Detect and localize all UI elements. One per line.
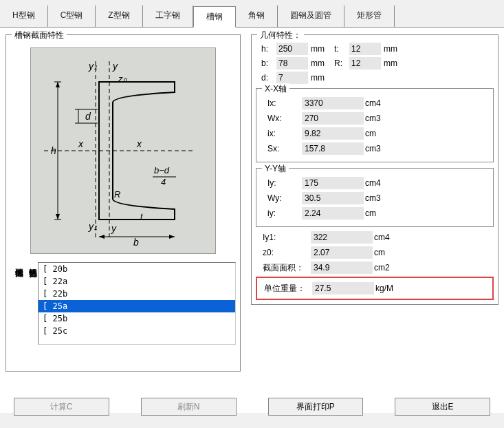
geom-value: 12 [349,57,381,69]
geom-unit: mm [381,58,402,68]
lbl-h: h [51,145,56,156]
lbl-z0: z₀ [118,74,127,84]
selector-label-2: 热轧普通槽钢 [24,262,38,345]
prop-label: 截面面积： [256,262,311,274]
geometry-group: 几何特性： h:250mmt:12mmb:78mmR:12mmd:7mm X-X… [251,34,498,305]
lbl-R: R [114,189,120,200]
tab-3[interactable]: 工字钢 [143,6,193,27]
prop-value: 270 [302,112,364,125]
tab-6[interactable]: 圆钢及圆管 [278,6,344,27]
yy-axis-group: Y-Y轴 Iy:175cm4Wy:30.5cm3iy:2.24cm [256,168,494,227]
prop-label: Iy: [261,178,302,188]
button-bar: 计算C刷新N界面打印P退出E [0,398,504,416]
prop-label: Wx: [261,114,302,123]
prop-unit: cm3 [365,144,399,153]
geom-label: b: [256,58,276,68]
lbl-x1: x [78,138,84,149]
tab-5[interactable]: 角钢 [236,6,278,27]
prop-value: 157.8 [302,142,364,155]
prop-unit: cm4 [365,178,399,188]
unit-weight-unit: kg/M [375,283,410,293]
prop-value: 175 [302,177,364,189]
geom-unit: mm [381,44,402,54]
tab-1[interactable]: C型钢 [48,6,96,27]
geom-value: 250 [276,43,308,55]
svg-marker-9 [99,235,105,239]
selector-label-1: 选择槽钢截面 [10,262,24,345]
xx-title: X-X轴 [262,83,289,95]
prop-value: 9.82 [302,127,364,140]
prop-value: 322 [311,231,373,244]
tab-4[interactable]: 槽钢 [193,6,236,28]
prop-label: Iy1: [256,233,311,242]
lbl-x2: x [136,138,142,149]
lbl-yb: y [111,223,117,234]
prop-label: Sx: [261,144,302,153]
tab-bar: H型钢C型钢Z型钢工字钢槽钢角钢圆钢及圆管矩形管 [0,0,504,28]
section-diagram: y₁ y z₀ d x x h b−d 4 R t y₁ y b [30,47,216,254]
unit-weight-label: 单位重量： [257,283,312,295]
tab-0[interactable]: H型钢 [0,6,48,27]
highlight-row: 单位重量： 27.5 kg/M [256,277,494,300]
geom-value: 7 [276,72,308,84]
section-props-group: 槽钢截面特性 y₁ y z₀ [6,34,241,372]
button-1[interactable]: 刷新N [141,398,237,416]
list-item[interactable]: [ 25a [39,300,235,312]
section-props-title: 槽钢截面特性 [12,30,67,41]
geom-value: 12 [349,43,381,55]
svg-marker-7 [56,214,60,220]
prop-value: 2.07 [311,246,373,259]
svg-marker-10 [169,235,175,239]
geom-label: d: [256,73,276,83]
yy-title: Y-Y轴 [262,163,289,175]
button-3[interactable]: 退出E [395,398,490,416]
prop-unit: cm [365,208,399,218]
list-item[interactable]: [ 25b [39,312,235,325]
lbl-y: y [112,61,118,72]
prop-unit: cm [374,248,408,257]
list-item[interactable]: [ 22b [39,288,235,300]
prop-label: Wy: [261,193,302,203]
prop-value: 2.24 [302,207,364,220]
lbl-d: d [85,111,91,122]
lbl-bd: b−d [154,165,170,175]
geom-unit: mm [308,73,329,83]
prop-unit: cm4 [365,98,399,108]
prop-unit: cm4 [374,233,408,242]
prop-value: 3370 [302,97,364,109]
svg-marker-6 [56,82,60,87]
lbl-4: 4 [161,177,166,187]
main-panel: 槽钢截面特性 y₁ y z₀ [0,28,504,413]
prop-label: z0: [256,248,311,257]
geometry-title: 几何特性： [257,30,304,41]
list-item[interactable]: [ 20b [39,263,235,275]
tab-2[interactable]: Z型钢 [96,6,142,27]
geom-label: R: [329,58,349,68]
prop-value: 34.9 [311,261,373,274]
prop-unit: cm [365,129,399,138]
prop-label: ix: [261,129,302,138]
geom-unit: mm [308,44,329,54]
geom-unit: mm [308,58,329,68]
xx-axis-group: X-X轴 Ix:3370cm4Wx:270cm3ix:9.82cmSx:157.… [256,88,494,162]
tab-7[interactable]: 矩形管 [344,6,395,27]
geom-label: h: [256,44,276,54]
prop-value: 30.5 [302,192,364,204]
prop-label: Ix: [261,98,302,108]
button-2[interactable]: 界面打印P [268,398,364,416]
geom-label: t: [329,44,349,54]
prop-unit: cm3 [365,114,399,123]
lbl-y1b: y₁ [88,221,98,232]
prop-unit: cm2 [374,263,408,272]
list-item[interactable]: [ 22a [39,275,235,288]
prop-label: iy: [261,208,302,218]
list-item[interactable]: [ 25c [39,325,235,337]
diagram-svg: y₁ y z₀ d x x h b−d 4 R t y₁ y b [37,54,209,247]
lbl-b: b [133,237,139,247]
prop-unit: cm3 [365,193,399,203]
lbl-y1: y₁ [88,61,98,72]
section-listbox[interactable]: [ 20b[ 22a[ 22b[ 25a[ 25b[ 25c [38,262,236,345]
button-0[interactable]: 计算C [14,398,109,416]
geom-value: 78 [276,57,308,69]
unit-weight-value: 27.5 [312,282,374,295]
